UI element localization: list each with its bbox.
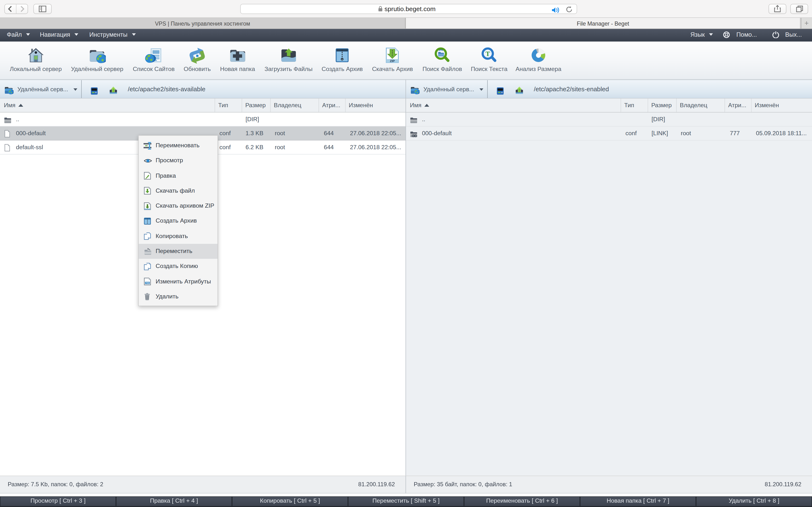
svg-text:ZIP: ZIP	[390, 59, 395, 63]
svg-text:755: 755	[145, 282, 149, 284]
svg-text:T: T	[486, 50, 490, 57]
